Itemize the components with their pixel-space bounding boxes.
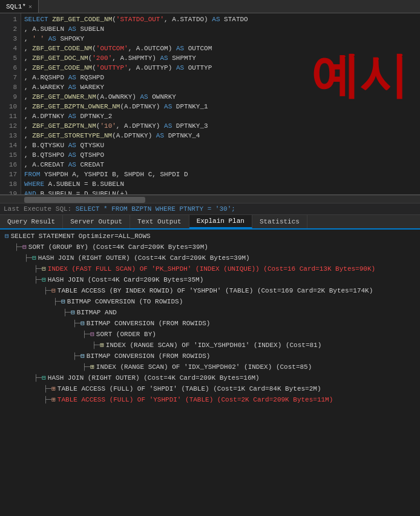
result-tab-explain-plan[interactable]: Explain Plan <box>189 215 252 228</box>
line-number: 11 <box>0 111 21 121</box>
tree-node-icon: ⊟ <box>42 263 46 274</box>
tree-indent <box>2 318 73 329</box>
tree-node-text: INDEX (RANGE SCAN) OF 'IDX_YSHPDH01' (IN… <box>106 340 321 351</box>
tree-node-icon: ⊟ <box>80 318 85 329</box>
tree-node[interactable]: ├─⊞TABLE ACCESS (FULL) OF 'YSHPDI' (TABL… <box>0 394 420 405</box>
tree-connector: ├─ <box>34 372 42 383</box>
tree-connector: ├─ <box>53 296 61 307</box>
code-line: , A.CREDAT AS CREDAT <box>24 160 418 170</box>
tree-indent <box>2 362 82 372</box>
tree-node[interactable]: ├─⊟BITMAP CONVERSION (TO ROWIDS) <box>0 296 420 307</box>
tree-node-text: HASH JOIN (Cost=4K Card=209K Bytes=35M) <box>48 274 203 285</box>
sql1-tab-close[interactable]: ✕ <box>28 3 32 10</box>
tree-indent <box>2 394 44 405</box>
code-line: , ' ' AS SHPOKY <box>24 34 418 44</box>
last-exec-bar: Last Execute SQL: SELECT * FROM BZPTN WH… <box>0 203 420 215</box>
tree-node[interactable]: ├─⊟TABLE ACCESS (BY INDEX ROWID) OF 'YSH… <box>0 285 420 296</box>
tree-indent <box>2 340 92 351</box>
tree-node-icon: ⊞ <box>51 394 56 405</box>
tree-node-text: BITMAP CONVERSION (TO ROWIDS) <box>67 296 183 307</box>
tree-node[interactable]: ├─⊟HASH JOIN (RIGHT OUTER) (Cost=4K Card… <box>0 253 420 263</box>
tree-node[interactable]: ⊟SELECT STATEMENT Optimizer=ALL_ROWS <box>0 231 420 242</box>
tree-node[interactable]: ├─⊟SORT (ORDER BY) <box>0 329 420 340</box>
tree-node-icon: ⊟ <box>61 296 65 307</box>
line-number: 4 <box>0 44 21 53</box>
line-number: 15 <box>0 150 21 160</box>
tree-node[interactable]: ├─⊟INDEX (FAST FULL SCAN) OF 'PK_SHPDH' … <box>0 263 420 274</box>
sql1-tab[interactable]: SQL1 * ✕ <box>0 0 39 13</box>
explain-panel[interactable]: ⊟SELECT STATEMENT Optimizer=ALL_ROWS ├─⊟… <box>0 230 420 512</box>
tree-node[interactable]: ├─⊞TABLE ACCESS (FULL) OF 'SHPDI' (TABLE… <box>0 383 420 394</box>
tree-node[interactable]: ├─⊞INDEX (RANGE SCAN) OF 'IDX_YSHPDH01' … <box>0 340 420 351</box>
tree-node[interactable]: ├─⊟HASH JOIN (Cost=4K Card=209K Bytes=35… <box>0 274 420 285</box>
line-number: 9 <box>0 92 21 102</box>
code-line: , A.DPTNKY AS DPTNKY_2 <box>24 111 418 121</box>
line-number: 3 <box>0 34 21 44</box>
line-number: 5 <box>0 53 21 63</box>
tree-node[interactable]: ├─⊞INDEX (RANGE SCAN) OF 'IDX_YSHPDH02' … <box>0 362 420 372</box>
tree-node-icon: ⊟ <box>71 307 75 318</box>
tree-node-icon: ⊟ <box>42 372 46 383</box>
tree-node-text: BITMAP CONVERSION (FROM ROWIDS) <box>87 318 211 329</box>
tree-connector: ├─ <box>15 242 22 253</box>
tree-node[interactable]: ├─⊟HASH JOIN (RIGHT OUTER) (Cost=4K Card… <box>0 372 420 383</box>
tree-connector: ├─ <box>44 285 51 296</box>
line-number: 12 <box>0 121 21 131</box>
tree-indent <box>2 242 15 253</box>
tree-indent <box>2 263 34 274</box>
scroll-thumb[interactable] <box>24 197 145 203</box>
line-number: 14 <box>0 141 21 150</box>
sql1-tab-label: SQL1 <box>6 3 22 10</box>
tree-connector: ├─ <box>73 351 80 362</box>
line-number: 10 <box>0 102 21 111</box>
last-exec-sql: SELECT * FROM BZPTN WHERE PTNRTY = '30'; <box>76 205 235 213</box>
tree-connector: ├─ <box>63 307 71 318</box>
tree-node-text: BITMAP AND <box>77 307 117 318</box>
result-tab-text-output[interactable]: Text Output <box>130 215 189 228</box>
tree-node-text: HASH JOIN (RIGHT OUTER) (Cost=4K Card=20… <box>38 253 250 263</box>
line-number: 16 <box>0 160 21 170</box>
tree-node-text: SORT (ORDER BY) <box>96 329 156 340</box>
tree-indent <box>2 351 73 362</box>
line-number: 18 <box>0 179 21 189</box>
horizontal-scrollbar[interactable] <box>0 195 420 203</box>
line-numbers: 1234567891011121314151617181920212223242… <box>0 13 21 194</box>
code-line: FROM YSHPDH A, YSHPDI B, SHPDH C, SHPDI … <box>24 170 418 179</box>
result-tab-statistics[interactable]: Statistics <box>252 215 307 228</box>
sql1-tab-modified: * <box>22 3 26 10</box>
tree-node[interactable]: ├─⊟BITMAP CONVERSION (FROM ROWIDS) <box>0 318 420 329</box>
watermark: 예시 <box>311 44 408 109</box>
line-number: 1 <box>0 15 21 24</box>
tree-node-icon: ⊞ <box>90 362 94 372</box>
tree-connector: ├─ <box>34 263 42 274</box>
sql-editor: 1234567891011121314151617181920212223242… <box>0 13 420 195</box>
tree-node-icon: ⊞ <box>100 340 104 351</box>
line-number: 13 <box>0 131 21 141</box>
tree-node-text: INDEX (FAST FULL SCAN) OF 'PK_SHPDH' (IN… <box>48 263 375 274</box>
result-tab-query-result[interactable]: Query Result <box>0 215 63 228</box>
tree-indent <box>2 296 53 307</box>
tree-node-text: BITMAP CONVERSION (FROM ROWIDS) <box>87 351 211 362</box>
code-line: , ZBF_GET_BZPTN_NM('10', A.DPTNKY) AS DP… <box>24 121 418 131</box>
tree-indent <box>2 285 44 296</box>
tree-connector: ├─ <box>73 318 80 329</box>
tree-node-icon: ⊞ <box>51 383 56 394</box>
line-number: 7 <box>0 73 21 82</box>
tree-node-text: SORT (GROUP BY) (Cost=4K Card=209K Bytes… <box>28 242 208 253</box>
tree-node[interactable]: ├─⊟BITMAP CONVERSION (FROM ROWIDS) <box>0 351 420 362</box>
line-number: 6 <box>0 63 21 73</box>
tree-indent <box>2 274 34 285</box>
tree-node-text: SELECT STATEMENT Optimizer=ALL_ROWS <box>11 231 151 242</box>
code-line: SELECT ZBF_GET_CODE_NM('STATDO_OUT', A.S… <box>24 15 418 24</box>
result-tab-server-output[interactable]: Server Output <box>63 215 130 228</box>
tree-node[interactable]: ├─⊟SORT (GROUP BY) (Cost=4K Card=209K By… <box>0 242 420 253</box>
tree-node[interactable]: ├─⊟BITMAP AND <box>0 307 420 318</box>
tree-connector: ├─ <box>24 253 32 263</box>
tree-indent <box>2 383 44 394</box>
tree-node-icon: ⊟ <box>90 329 94 340</box>
tree-connector: ├─ <box>44 394 51 405</box>
tree-node-icon: ⊟ <box>51 285 56 296</box>
tree-node-icon: ⊟ <box>5 231 9 242</box>
tree-indent <box>2 372 34 383</box>
tree-node-icon: ⊟ <box>22 242 27 253</box>
